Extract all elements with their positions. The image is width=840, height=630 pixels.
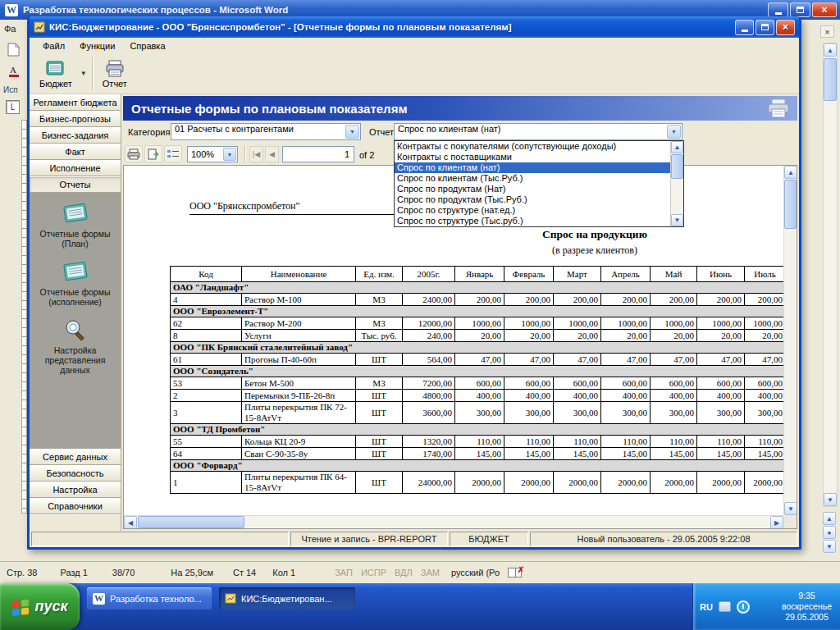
next-page-icon[interactable]: ▼	[823, 540, 836, 553]
taskbar-item-word[interactable]: W Разработка техноло...	[87, 587, 212, 609]
keyboard-tray-icon[interactable]	[719, 601, 731, 612]
budget-button[interactable]: Бюджет	[33, 55, 79, 92]
sidebar-item[interactable]: Исполнение	[30, 160, 121, 176]
scroll-left-icon[interactable]: ◀	[124, 516, 137, 529]
select-browse-object-icon[interactable]: ●	[823, 526, 836, 539]
chevron-down-icon[interactable]: ▼	[345, 125, 359, 139]
scroll-down-icon[interactable]: ▼	[784, 502, 797, 515]
app-restore-button[interactable]	[756, 20, 774, 35]
sidebar-item[interactable]: Регламент бюджета	[30, 94, 121, 111]
taskbar-item-kis[interactable]: КИС:Бюджетирован...	[219, 587, 355, 609]
table-cell: Раствор М-200	[242, 317, 356, 330]
viewer-vertical-scrollbar[interactable]: ▲ ▼	[783, 166, 797, 515]
table-cell: 1000,00	[651, 317, 697, 330]
table-cell: 2000,00	[601, 472, 651, 494]
close-document-icon[interactable]: ×	[820, 25, 834, 38]
scheduler-tray-icon[interactable]	[737, 600, 750, 614]
scrollbar-thumb[interactable]	[824, 58, 837, 101]
menu-item[interactable]: Справка	[122, 39, 172, 52]
new-document-icon[interactable]	[4, 41, 23, 58]
font-color-icon[interactable]: А	[4, 62, 23, 80]
scroll-down-icon[interactable]: ▼	[824, 493, 837, 506]
clock[interactable]: 9:35 воскресенье 29.05.2005	[782, 591, 833, 623]
word-vertical-scrollbar[interactable]: ▲ ▼	[823, 43, 838, 507]
app-minimize-button[interactable]	[735, 20, 754, 35]
dropdown-item[interactable]: Спрос по клиентам (нат)	[395, 162, 670, 173]
menu-item[interactable]: Функции	[72, 39, 122, 52]
viewer-horizontal-scrollbar[interactable]: ◀ ▶	[124, 515, 783, 528]
table-cell: 400,00	[601, 390, 651, 402]
scrollbar-corner	[783, 515, 797, 528]
report-subtitle: (в разрезе клиентов)	[552, 244, 637, 257]
app-close-button[interactable]: ×	[776, 20, 795, 35]
scroll-down-icon[interactable]: ▼	[671, 214, 683, 226]
budget-dropdown-arrow-icon[interactable]: ▼	[79, 55, 89, 92]
word-restore-button[interactable]	[790, 2, 810, 17]
sidebar-item[interactable]: Сервис данных	[30, 449, 121, 465]
sidebar-item[interactable]: Безопасность	[30, 465, 121, 482]
page-number-field[interactable]: 1	[282, 146, 354, 162]
scroll-up-icon[interactable]: ▲	[824, 43, 837, 57]
dropdown-scrollbar[interactable]: ▲ ▼	[670, 141, 683, 226]
sidebar-item-report-forms-execution[interactable]: Отчетные формы (исполнение)	[30, 259, 121, 307]
dropdown-item[interactable]: Спрос по клиентам (Тыс.Руб.)	[395, 173, 670, 184]
menu-item[interactable]: Файл	[35, 39, 72, 52]
language-indicator[interactable]: RU	[700, 602, 713, 612]
sidebar-item[interactable]: Бизнес-прогнозы	[30, 111, 121, 127]
table-cell: 600,00	[455, 377, 504, 390]
scroll-up-icon[interactable]: ▲	[671, 141, 683, 153]
sidebar-item-data-view-settings[interactable]: Настройка представления данных	[30, 317, 121, 375]
sidebar-item[interactable]: Настройка	[30, 482, 121, 498]
group-tree-icon[interactable]	[164, 145, 182, 162]
dropdown-item[interactable]: Контракты с поставщиками	[395, 152, 670, 162]
sidebar-item[interactable]: Бизнес-задания	[30, 127, 121, 144]
table-cell: 3600,00	[403, 402, 455, 424]
sidebar-item[interactable]: Факт	[30, 144, 121, 160]
word-status-flag: ВДЛ	[395, 568, 413, 578]
table-cell: 47,00	[697, 354, 745, 366]
table-group-row: ООО "ТД Промбетон"	[171, 424, 784, 436]
table-row: 2Перемычки 9-ПБ-26-8пШТ4800,00400,00400,…	[171, 390, 784, 402]
report-dropdown-list[interactable]: Контракты с покупателями (сопутствующие …	[394, 140, 684, 227]
sidebar-item-report-forms-plan[interactable]: Отчетные формы (План)	[30, 201, 121, 249]
word-right-strip: × ▲ ▼ ▲ ● ▼	[801, 20, 840, 561]
dropdown-item[interactable]: Спрос по структуре (нат.ед.)	[395, 205, 670, 216]
dropdown-item[interactable]: Спрос по продуктам (Нат)	[395, 184, 670, 194]
zoom-combobox[interactable]: 100% ▼	[187, 146, 238, 162]
tab-stop-selector[interactable]: L	[6, 100, 20, 114]
start-button[interactable]: пуск	[0, 583, 80, 630]
scroll-up-icon[interactable]: ▲	[784, 166, 797, 179]
word-minimize-button[interactable]	[768, 2, 788, 17]
scrollbar-thumb[interactable]	[784, 180, 797, 229]
chevron-down-icon[interactable]: ▼	[223, 148, 236, 161]
dropdown-item[interactable]: Контракты с покупателями (сопутствующие …	[395, 141, 670, 152]
sidebar-item[interactable]: Справочники	[30, 498, 121, 514]
clock-time: 9:35	[782, 591, 832, 601]
dropdown-item[interactable]: Спрос по структуре (Тыс.руб.)	[395, 216, 670, 226]
word-status-column: Кол 1	[272, 568, 295, 578]
word-close-button[interactable]: ×	[812, 2, 837, 17]
page-total-label: of 2	[359, 150, 374, 160]
table-group-cell: ООО "Евроэлемент-Т"	[171, 306, 784, 317]
table-cell: 7200,00	[403, 377, 455, 390]
previous-page-icon[interactable]: ▲	[823, 512, 836, 525]
category-combobox[interactable]: 01 Расчеты с контрагентами ▼	[171, 123, 361, 140]
scroll-right-icon[interactable]: ▶	[770, 516, 783, 529]
table-cell: 145,00	[651, 448, 697, 460]
word-app-icon: W	[93, 593, 105, 605]
sidebar-item[interactable]: Отчеты	[30, 176, 121, 193]
scrollbar-thumb[interactable]	[671, 154, 683, 179]
print-icon[interactable]	[125, 145, 143, 162]
word-menu-fragment: Фа	[4, 24, 16, 34]
export-icon[interactable]	[144, 145, 162, 162]
dropdown-item[interactable]: Спрос по продуктам (Тыс.Руб.)	[395, 194, 670, 205]
previous-page-icon[interactable]: ◀	[265, 146, 279, 162]
first-page-icon[interactable]: |◀	[249, 146, 263, 162]
table-cell: Сваи С-90-35-8у	[242, 448, 356, 460]
table-cell: 300,00	[601, 402, 651, 424]
report-combobox[interactable]: Спрос по клиентам (нат) ▼	[394, 123, 682, 140]
scrollbar-thumb[interactable]	[138, 516, 244, 528]
chevron-down-icon[interactable]: ▼	[667, 125, 681, 139]
table-cell: 300,00	[651, 402, 697, 424]
report-button[interactable]: Отчет	[96, 55, 134, 92]
